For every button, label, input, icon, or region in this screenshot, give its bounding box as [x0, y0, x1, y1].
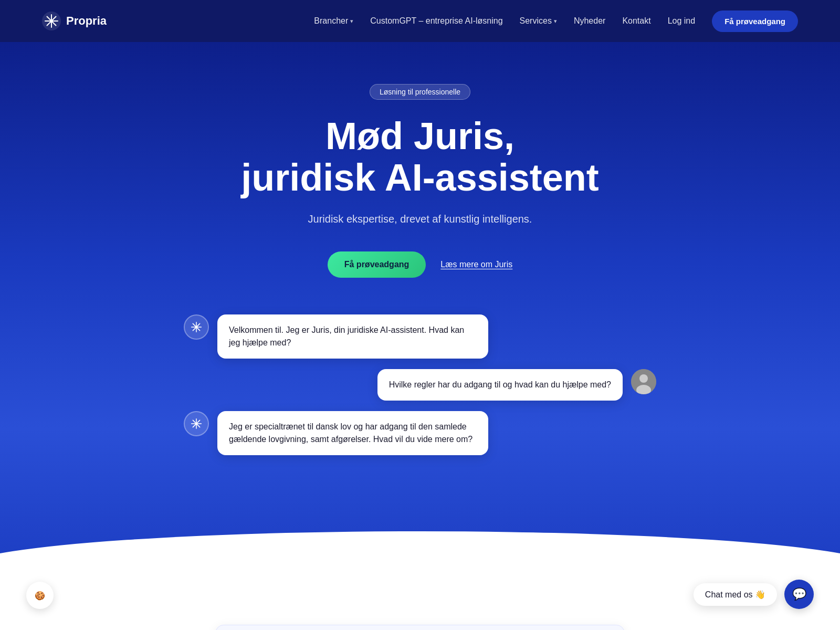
hero-section: Løsning til professionelle Mød Juris, ju… [0, 42, 840, 593]
logo[interactable]: Propria [42, 12, 107, 30]
cookie-button[interactable]: 🍪 [26, 582, 54, 609]
hero-badge: Løsning til professionelle [370, 84, 470, 100]
nav-kontakt[interactable]: Kontakt [622, 16, 650, 26]
svg-point-10 [195, 326, 198, 329]
nav-cta-button[interactable]: Få prøveadgang [712, 10, 798, 32]
hero-subtitle: Juridisk ekspertise, drevet af kunstlig … [308, 213, 532, 225]
user-message-1: Hvilke regler har du adgang til og hvad … [377, 369, 623, 401]
hero-buttons: Få prøveadgang Læs mere om Juris [328, 251, 513, 278]
ai-avatar-1 [184, 314, 209, 340]
svg-point-12 [639, 374, 648, 383]
chat-icon: 💬 [792, 587, 806, 601]
chevron-down-icon-2: ▾ [554, 18, 557, 25]
chat-widget: Chat med os 👋 💬 [694, 580, 814, 609]
search-bar: Hvilke forlængelsesregler gælder der eft… [215, 625, 625, 630]
user-avatar [631, 369, 656, 394]
svg-point-18 [195, 423, 198, 425]
chevron-down-icon: ▾ [350, 18, 353, 25]
nav-services[interactable]: Services ▾ [520, 16, 557, 26]
chat-widget-button[interactable]: 💬 [784, 580, 814, 609]
nav-login[interactable]: Log ind [668, 16, 696, 26]
chat-demo: Velkommen til. Jeg er Juris, din juridis… [184, 314, 656, 476]
nav-customgpt[interactable]: CustomGPT – entreprise AI-løsning [370, 16, 502, 26]
ai-message-2: Jeg er specialtrænet til dansk lov og ha… [217, 411, 488, 455]
cookie-icon: 🍪 [35, 591, 45, 601]
hero-title: Mød Juris, juridisk AI-assistent [241, 116, 599, 198]
svg-point-5 [50, 19, 53, 23]
nav-brancher[interactable]: Brancher ▾ [314, 16, 353, 26]
chat-message-3: Jeg er specialtrænet til dansk lov og ha… [184, 411, 488, 455]
logo-icon [42, 12, 61, 30]
navbar: Propria Brancher ▾ CustomGPT – entrepris… [0, 0, 840, 42]
ai-avatar-2 [184, 411, 209, 436]
hero-primary-button[interactable]: Få prøveadgang [328, 251, 426, 278]
ai-message-1: Velkommen til. Jeg er Juris, din juridis… [217, 314, 488, 359]
nav-nyheder[interactable]: Nyheder [574, 16, 605, 26]
chat-message-1: Velkommen til. Jeg er Juris, din juridis… [184, 314, 488, 359]
chat-message-2: Hvilke regler har du adgang til og hvad … [377, 369, 656, 401]
logo-text: Propria [66, 14, 107, 28]
hero-secondary-button[interactable]: Læs mere om Juris [440, 260, 512, 269]
chat-widget-label: Chat med os 👋 [694, 583, 777, 606]
nav-links: Brancher ▾ CustomGPT – entreprise AI-løs… [314, 10, 798, 32]
